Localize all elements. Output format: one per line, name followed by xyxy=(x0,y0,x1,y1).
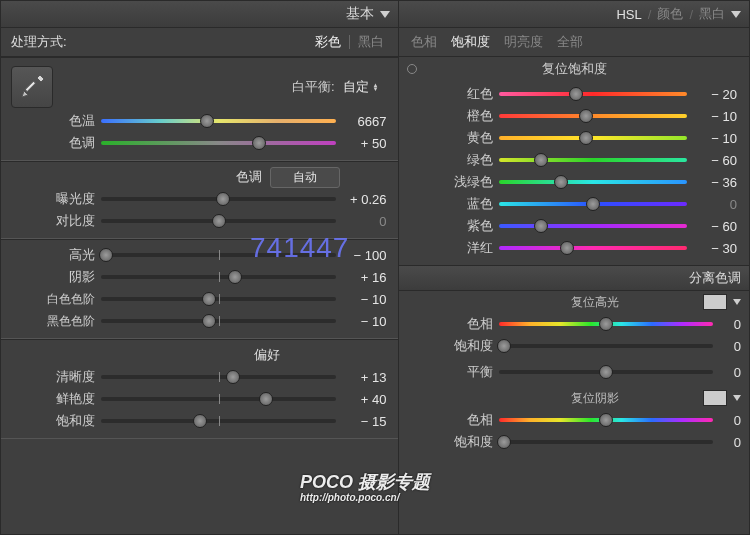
temp-value[interactable]: 6667 xyxy=(336,114,390,129)
sh-sat-slider[interactable] xyxy=(499,435,713,449)
tab-hue[interactable]: 色相 xyxy=(411,33,437,51)
sat-yellow-slider[interactable] xyxy=(499,131,687,145)
hi-sat-slider[interactable] xyxy=(499,339,713,353)
tone-group: 色调 自动 曝光度+ 0.26 对比度0 xyxy=(1,161,398,239)
wb-group: 白平衡: 自定 ▲▼ 色温 6667 色调 + 50 xyxy=(1,57,398,161)
hlsh-group: 高光− 100 阴影+ 16 白色色阶− 10 黑色色阶− 10 xyxy=(1,239,398,339)
temp-slider[interactable] xyxy=(101,114,336,128)
sat-aqua-slider[interactable] xyxy=(499,175,687,189)
treatment-label: 处理方式: xyxy=(11,33,73,51)
hi-heading[interactable]: 复位高光 xyxy=(493,294,697,311)
sat-orange-slider[interactable] xyxy=(499,109,687,123)
treatment-color[interactable]: 彩色 xyxy=(311,33,345,51)
eyedropper-icon xyxy=(16,71,48,103)
clarity-slider[interactable] xyxy=(101,370,336,384)
wb-section-label: 白平衡: xyxy=(53,78,343,96)
chevron-down-icon xyxy=(733,299,741,305)
svg-rect-0 xyxy=(25,81,36,92)
saturation-slider[interactable] xyxy=(101,414,336,428)
collapse-icon xyxy=(380,11,390,18)
wb-preset-dropdown[interactable]: 自定 ▲▼ xyxy=(343,78,379,96)
tone-heading: 色调 xyxy=(9,168,262,186)
tat-icon[interactable] xyxy=(407,64,417,74)
split-toning-header[interactable]: 分离色调 xyxy=(399,265,749,291)
temp-row: 色温 6667 xyxy=(9,110,390,132)
crumb-color[interactable]: 颜色 xyxy=(657,5,683,23)
tint-row: 色调 + 50 xyxy=(9,132,390,154)
contrast-slider[interactable] xyxy=(101,214,336,228)
shadow-swatch[interactable] xyxy=(703,390,727,406)
hsl-tabs: 色相 饱和度 明亮度 全部 xyxy=(399,28,749,57)
sh-hue-slider[interactable] xyxy=(499,413,713,427)
treatment-row: 处理方式: 彩色 黑白 xyxy=(1,28,398,57)
crumb-hsl[interactable]: HSL xyxy=(616,7,641,22)
whites-slider[interactable] xyxy=(101,292,336,306)
crumb-bw[interactable]: 黑白 xyxy=(699,5,725,23)
hsl-panel-header[interactable]: HSL/ 颜色/ 黑白 xyxy=(399,1,749,28)
balance-slider[interactable] xyxy=(499,365,713,379)
tint-slider[interactable] xyxy=(101,136,336,150)
sh-heading[interactable]: 复位阴影 xyxy=(493,390,697,407)
hi-hue-slider[interactable] xyxy=(499,317,713,331)
hsl-panel: HSL/ 颜色/ 黑白 色相 饱和度 明亮度 全部 复位饱和度 红色− 20 橙… xyxy=(399,0,750,535)
tint-value[interactable]: + 50 xyxy=(336,136,390,151)
exposure-slider[interactable] xyxy=(101,192,336,206)
shadows-slider[interactable] xyxy=(101,270,336,284)
sat-magenta-slider[interactable] xyxy=(499,241,687,255)
presence-group: 偏好 清晰度+ 13 鲜艳度+ 40 饱和度− 15 xyxy=(1,339,398,439)
basic-title: 基本 xyxy=(346,5,374,23)
sat-heading[interactable]: 复位饱和度 xyxy=(425,60,723,78)
tab-saturation[interactable]: 饱和度 xyxy=(451,33,490,51)
chevron-down-icon xyxy=(733,395,741,401)
auto-button[interactable]: 自动 xyxy=(270,167,340,188)
highlight-swatch[interactable] xyxy=(703,294,727,310)
basic-panel-header[interactable]: 基本 xyxy=(1,1,398,28)
sat-green-slider[interactable] xyxy=(499,153,687,167)
collapse-icon xyxy=(731,11,741,18)
presence-heading: 偏好 xyxy=(9,346,280,364)
sat-blue-slider[interactable] xyxy=(499,197,687,211)
basic-panel: 基本 处理方式: 彩色 黑白 白平衡: 自定 xyxy=(0,0,399,535)
sat-purple-slider[interactable] xyxy=(499,219,687,233)
eyedropper-button[interactable] xyxy=(11,66,53,108)
vibrance-slider[interactable] xyxy=(101,392,336,406)
sat-red-slider[interactable] xyxy=(499,87,687,101)
tab-luminance[interactable]: 明亮度 xyxy=(504,33,543,51)
updown-icon: ▲▼ xyxy=(373,83,379,91)
blacks-slider[interactable] xyxy=(101,314,336,328)
tab-all[interactable]: 全部 xyxy=(557,33,583,51)
treatment-bw[interactable]: 黑白 xyxy=(354,33,388,51)
highlights-slider[interactable] xyxy=(101,248,336,262)
